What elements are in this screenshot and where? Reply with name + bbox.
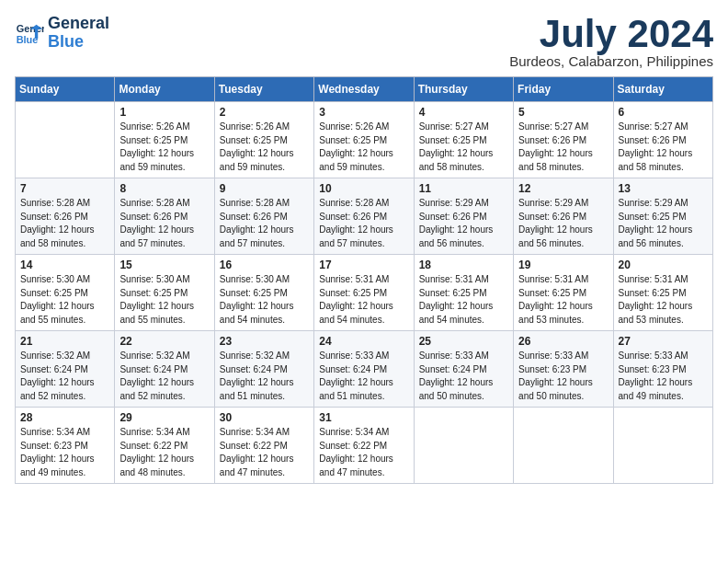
day-cell: 23Sunrise: 5:32 AM Sunset: 6:24 PM Dayli… (214, 331, 313, 408)
day-cell: 30Sunrise: 5:34 AM Sunset: 6:22 PM Dayli… (214, 408, 313, 484)
day-number: 11 (419, 182, 508, 195)
day-number: 9 (220, 182, 309, 195)
day-info: Sunrise: 5:32 AM Sunset: 6:24 PM Dayligh… (220, 350, 309, 403)
day-number: 20 (619, 259, 708, 271)
week-row-1: 1Sunrise: 5:26 AM Sunset: 6:25 PM Daylig… (16, 102, 713, 178)
day-number: 19 (518, 259, 608, 271)
day-cell: 1Sunrise: 5:26 AM Sunset: 6:25 PM Daylig… (115, 102, 214, 178)
day-cell: 11Sunrise: 5:29 AM Sunset: 6:26 PM Dayli… (414, 178, 513, 255)
day-info: Sunrise: 5:31 AM Sunset: 6:25 PM Dayligh… (319, 273, 408, 327)
week-row-2: 7Sunrise: 5:28 AM Sunset: 6:26 PM Daylig… (16, 178, 713, 255)
week-row-3: 14Sunrise: 5:30 AM Sunset: 6:25 PM Dayli… (16, 255, 713, 331)
day-cell: 18Sunrise: 5:31 AM Sunset: 6:25 PM Dayli… (414, 255, 513, 331)
day-number: 8 (119, 182, 209, 195)
day-cell: 10Sunrise: 5:28 AM Sunset: 6:26 PM Dayli… (314, 178, 414, 255)
day-cell: 25Sunrise: 5:33 AM Sunset: 6:24 PM Dayli… (414, 331, 513, 408)
day-number: 10 (319, 182, 408, 195)
month-title: July 2024 (509, 15, 713, 53)
day-info: Sunrise: 5:26 AM Sunset: 6:25 PM Dayligh… (319, 121, 408, 174)
day-cell: 3Sunrise: 5:26 AM Sunset: 6:25 PM Daylig… (314, 102, 414, 178)
day-cell: 9Sunrise: 5:28 AM Sunset: 6:26 PM Daylig… (214, 178, 313, 255)
col-header-friday: Friday (514, 77, 613, 102)
page-header: General Blue General Blue July 2024 Burd… (15, 15, 713, 69)
day-number: 6 (619, 106, 708, 119)
day-number: 23 (220, 335, 309, 348)
week-row-5: 28Sunrise: 5:34 AM Sunset: 6:23 PM Dayli… (16, 408, 713, 484)
day-info: Sunrise: 5:32 AM Sunset: 6:24 PM Dayligh… (20, 350, 109, 403)
day-number: 18 (419, 259, 508, 271)
day-info: Sunrise: 5:29 AM Sunset: 6:26 PM Dayligh… (419, 197, 508, 250)
svg-text:Blue: Blue (17, 34, 39, 45)
day-cell (613, 408, 712, 484)
day-cell: 28Sunrise: 5:34 AM Sunset: 6:23 PM Dayli… (16, 408, 115, 484)
day-info: Sunrise: 5:28 AM Sunset: 6:26 PM Dayligh… (119, 197, 209, 250)
day-cell: 27Sunrise: 5:33 AM Sunset: 6:23 PM Dayli… (613, 331, 712, 408)
calendar-header-row: SundayMondayTuesdayWednesdayThursdayFrid… (16, 77, 713, 102)
day-number: 24 (319, 335, 408, 348)
col-header-thursday: Thursday (414, 77, 513, 102)
day-cell: 14Sunrise: 5:30 AM Sunset: 6:25 PM Dayli… (16, 255, 115, 331)
day-info: Sunrise: 5:31 AM Sunset: 6:25 PM Dayligh… (419, 273, 508, 327)
day-number: 31 (319, 411, 408, 424)
day-number: 16 (220, 259, 309, 271)
day-cell: 26Sunrise: 5:33 AM Sunset: 6:23 PM Dayli… (514, 331, 613, 408)
logo-text-general: General (48, 15, 109, 33)
col-header-wednesday: Wednesday (314, 77, 414, 102)
logo-text-blue: Blue (48, 33, 109, 52)
day-cell: 2Sunrise: 5:26 AM Sunset: 6:25 PM Daylig… (214, 102, 313, 178)
logo-icon: General Blue (15, 18, 44, 48)
day-info: Sunrise: 5:33 AM Sunset: 6:24 PM Dayligh… (419, 350, 508, 403)
day-number: 28 (20, 411, 109, 424)
day-cell (514, 408, 613, 484)
day-info: Sunrise: 5:34 AM Sunset: 6:23 PM Dayligh… (20, 426, 109, 479)
day-info: Sunrise: 5:27 AM Sunset: 6:26 PM Dayligh… (619, 121, 708, 174)
day-info: Sunrise: 5:31 AM Sunset: 6:25 PM Dayligh… (619, 273, 708, 327)
day-cell: 13Sunrise: 5:29 AM Sunset: 6:25 PM Dayli… (613, 178, 712, 255)
day-cell: 12Sunrise: 5:29 AM Sunset: 6:26 PM Dayli… (514, 178, 613, 255)
day-info: Sunrise: 5:27 AM Sunset: 6:26 PM Dayligh… (518, 121, 608, 174)
day-cell: 8Sunrise: 5:28 AM Sunset: 6:26 PM Daylig… (115, 178, 214, 255)
day-cell: 7Sunrise: 5:28 AM Sunset: 6:26 PM Daylig… (16, 178, 115, 255)
day-cell: 22Sunrise: 5:32 AM Sunset: 6:24 PM Dayli… (115, 331, 214, 408)
location-title: Burdeos, Calabarzon, Philippines (509, 53, 713, 69)
day-info: Sunrise: 5:30 AM Sunset: 6:25 PM Dayligh… (20, 273, 109, 327)
day-cell: 5Sunrise: 5:27 AM Sunset: 6:26 PM Daylig… (514, 102, 613, 178)
col-header-monday: Monday (115, 77, 214, 102)
day-cell: 29Sunrise: 5:34 AM Sunset: 6:22 PM Dayli… (115, 408, 214, 484)
day-info: Sunrise: 5:33 AM Sunset: 6:24 PM Dayligh… (319, 350, 408, 403)
day-number: 14 (20, 259, 109, 271)
day-info: Sunrise: 5:26 AM Sunset: 6:25 PM Dayligh… (220, 121, 309, 174)
day-info: Sunrise: 5:34 AM Sunset: 6:22 PM Dayligh… (119, 426, 209, 479)
day-cell: 15Sunrise: 5:30 AM Sunset: 6:25 PM Dayli… (115, 255, 214, 331)
day-number: 13 (619, 182, 708, 195)
day-cell: 19Sunrise: 5:31 AM Sunset: 6:25 PM Dayli… (514, 255, 613, 331)
col-header-saturday: Saturday (613, 77, 712, 102)
day-cell: 21Sunrise: 5:32 AM Sunset: 6:24 PM Dayli… (16, 331, 115, 408)
day-info: Sunrise: 5:31 AM Sunset: 6:25 PM Dayligh… (518, 273, 608, 327)
day-number: 3 (319, 106, 408, 119)
day-cell: 4Sunrise: 5:27 AM Sunset: 6:25 PM Daylig… (414, 102, 513, 178)
day-number: 7 (20, 182, 109, 195)
day-cell (414, 408, 513, 484)
day-number: 29 (119, 411, 209, 424)
day-info: Sunrise: 5:34 AM Sunset: 6:22 PM Dayligh… (220, 426, 309, 479)
day-number: 17 (319, 259, 408, 271)
day-number: 1 (119, 106, 209, 119)
day-info: Sunrise: 5:26 AM Sunset: 6:25 PM Dayligh… (119, 121, 209, 174)
day-info: Sunrise: 5:30 AM Sunset: 6:25 PM Dayligh… (119, 273, 209, 327)
col-header-tuesday: Tuesday (214, 77, 313, 102)
day-info: Sunrise: 5:34 AM Sunset: 6:22 PM Dayligh… (319, 426, 408, 479)
day-cell (16, 102, 115, 178)
day-cell: 16Sunrise: 5:30 AM Sunset: 6:25 PM Dayli… (214, 255, 313, 331)
day-info: Sunrise: 5:32 AM Sunset: 6:24 PM Dayligh… (119, 350, 209, 403)
day-number: 4 (419, 106, 508, 119)
day-cell: 17Sunrise: 5:31 AM Sunset: 6:25 PM Dayli… (314, 255, 414, 331)
day-cell: 20Sunrise: 5:31 AM Sunset: 6:25 PM Dayli… (613, 255, 712, 331)
week-row-4: 21Sunrise: 5:32 AM Sunset: 6:24 PM Dayli… (16, 331, 713, 408)
day-info: Sunrise: 5:27 AM Sunset: 6:25 PM Dayligh… (419, 121, 508, 174)
day-number: 30 (220, 411, 309, 424)
day-number: 21 (20, 335, 109, 348)
title-block: July 2024 Burdeos, Calabarzon, Philippin… (509, 15, 713, 69)
calendar-table: SundayMondayTuesdayWednesdayThursdayFrid… (15, 76, 713, 484)
day-cell: 6Sunrise: 5:27 AM Sunset: 6:26 PM Daylig… (613, 102, 712, 178)
